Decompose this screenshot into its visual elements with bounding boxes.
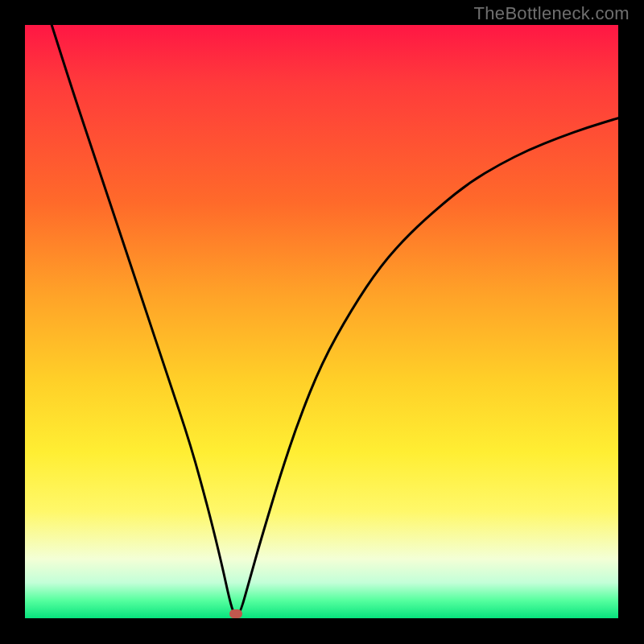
optimal-marker: [229, 609, 242, 618]
chart-frame: TheBottleneck.com: [0, 0, 644, 644]
curve-layer: [0, 0, 644, 644]
bottleneck-curve: [52, 25, 618, 615]
watermark-text: TheBottleneck.com: [474, 3, 630, 24]
